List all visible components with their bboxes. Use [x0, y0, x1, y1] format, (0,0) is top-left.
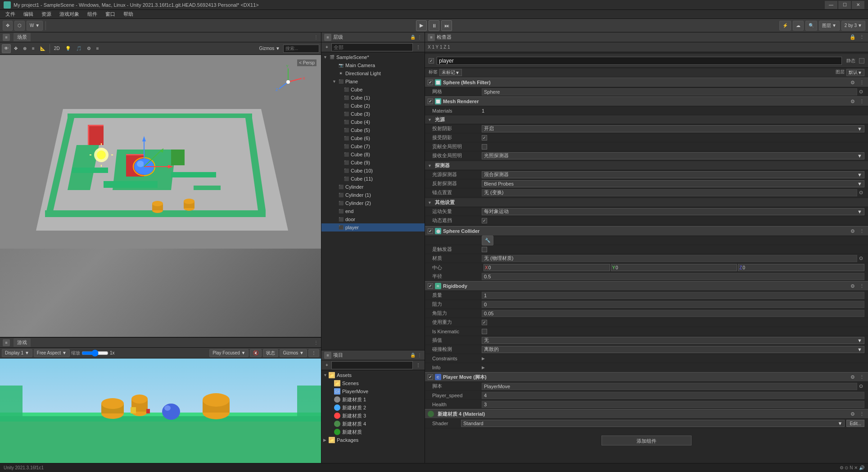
game-scale-slider[interactable] — [81, 351, 108, 355]
motion-vectors-dropdown[interactable]: 每对象运动 ▼ — [482, 208, 864, 215]
game-display-dropdown[interactable]: Display 1 ▼ — [2, 349, 32, 357]
menu-help[interactable]: 帮助 — [120, 10, 137, 18]
light-probes-dropdown[interactable]: 混合探测器 ▼ — [482, 171, 864, 178]
scene-more[interactable]: ≡ — [94, 44, 101, 53]
scene-canvas[interactable]: X Y Z < Persp — [0, 55, 321, 337]
rigidbody-header[interactable]: ✓ R Rigidbody ⚙ ⋮ — [425, 281, 868, 291]
hier-cube-3[interactable]: ⬛ Cube (3) — [321, 110, 425, 118]
maximize-button[interactable]: ☐ — [838, 1, 851, 9]
scene-tool-snap[interactable]: 📐 — [38, 44, 48, 53]
game-options-btn[interactable]: ⋮ — [308, 349, 319, 357]
material-settings-btn[interactable]: ⚙ — [849, 410, 856, 418]
layers-dropdown[interactable]: 图层 ▼ — [819, 21, 840, 31]
proj-scenes[interactable]: 📁 Scenes — [321, 379, 425, 387]
sphere-collider-dots-btn[interactable]: ⋮ — [858, 227, 865, 235]
hier-cube-1[interactable]: ⬛ Cube (1) — [321, 94, 425, 102]
mesh-filter-checkbox[interactable]: ✓ — [428, 80, 433, 85]
player-move-settings-btn[interactable]: ⚙ — [849, 373, 856, 381]
inspector-options-btn[interactable]: ⋮ — [858, 34, 865, 41]
receive-shadows-check[interactable]: ✓ — [482, 135, 487, 141]
material-dots-btn[interactable]: ⋮ — [858, 410, 865, 418]
proj-playermove[interactable]: C# PlayerMove — [321, 387, 425, 395]
mesh-renderer-settings-btn[interactable]: ⚙ — [849, 98, 856, 105]
sphere-collider-header[interactable]: ✓ ⬤ Sphere Collider ⚙ ⋮ — [425, 226, 868, 236]
player-move-header[interactable]: ✓ C Player Move (脚本) ⚙ ⋮ — [425, 372, 868, 382]
drag-value[interactable]: 0 — [482, 301, 864, 308]
project-search[interactable] — [331, 361, 413, 369]
inspector-lock-btn[interactable]: 🔒 — [849, 34, 856, 41]
hier-cylinder-1[interactable]: ⬛ Cylinder (1) — [321, 191, 425, 199]
game-mute-btn[interactable]: 🔇 — [250, 349, 262, 357]
collider-edit-collider-btn[interactable]: 🔧 — [482, 236, 493, 245]
reflection-probes-dropdown[interactable]: Blend Probes ▼ — [482, 180, 864, 187]
mesh-filter-dots-btn[interactable]: ⋮ — [858, 79, 865, 86]
pause-button[interactable]: ⏸ — [429, 20, 439, 31]
project-options[interactable]: ⋮ — [417, 353, 422, 358]
menu-gameobject[interactable]: 游戏对象 — [56, 10, 83, 18]
sphere-collider-checkbox[interactable]: ✓ — [428, 228, 433, 234]
game-options[interactable]: ⋮ — [314, 340, 318, 345]
close-button[interactable]: ✕ — [852, 1, 864, 9]
scene-tool-plus[interactable]: ⊕ — [21, 44, 29, 53]
receive-gi-dropdown[interactable]: 光照探测器 ▼ — [482, 152, 864, 159]
hier-end[interactable]: ⬛ end — [321, 207, 425, 215]
tool-move[interactable]: ⬡ — [14, 21, 25, 31]
proj-mat1[interactable]: 新建材质 1 — [321, 395, 425, 404]
dynamic-occlusion-check[interactable]: ✓ — [482, 218, 487, 223]
collider-material-select[interactable]: ⊙ — [857, 255, 864, 262]
hier-door[interactable]: ⬛ door — [321, 215, 425, 223]
layer-dropdown[interactable]: 默认 ▼ — [846, 69, 864, 76]
proj-packages[interactable]: ▶ 📁 Packages — [321, 436, 425, 444]
hier-cylinder[interactable]: ⬛ Cylinder — [321, 183, 425, 191]
project-lock[interactable]: 🔒 — [410, 353, 416, 358]
light-section-header[interactable]: ▼ 光源 — [425, 115, 868, 124]
collision-detection-dropdown[interactable]: 离散的 ▼ — [482, 346, 864, 353]
proj-mat3[interactable]: 新建材质 3 — [321, 412, 425, 420]
project-more-btn[interactable]: ⋮ — [414, 361, 423, 370]
hier-cube-7[interactable]: ⬛ Cube (7) — [321, 142, 425, 150]
proj-mat2[interactable]: 新建材质 2 — [321, 404, 425, 412]
use-gravity-check[interactable]: ✓ — [482, 320, 487, 325]
scene-tool-eye[interactable]: 👁 — [2, 44, 11, 53]
menu-edit[interactable]: 编辑 — [20, 10, 37, 18]
search-button[interactable]: 🔍 — [805, 21, 817, 31]
material-section-header[interactable]: 新建材质 4 (Material) ⚙ ⋮ — [425, 409, 868, 419]
hier-plane[interactable]: ▼ ⬛ Plane — [321, 77, 425, 86]
angular-drag-value[interactable]: 0.05 — [482, 310, 864, 317]
anchor-value[interactable]: 无 (变换) — [482, 189, 857, 196]
scene-search-input[interactable] — [283, 45, 319, 53]
player-move-checkbox[interactable]: ✓ — [428, 374, 433, 380]
toolbar-w-dropdown[interactable]: W ▼ — [27, 21, 43, 31]
rigidbody-dots-btn[interactable]: ⋮ — [858, 282, 865, 290]
hier-cube-10[interactable]: ⬛ Cube (10) — [321, 167, 425, 175]
scene-2d-toggle[interactable]: 2D — [52, 44, 62, 53]
cloud-button[interactable]: ☁ — [793, 21, 804, 31]
hier-player[interactable]: ⬛ player — [321, 223, 425, 231]
menu-window[interactable]: 窗口 — [102, 10, 119, 18]
game-gizmos-btn[interactable]: Gizmos ▼ — [280, 349, 307, 357]
menu-assets[interactable]: 资源 — [38, 10, 55, 18]
shader-dropdown[interactable]: Standard ▼ — [461, 420, 845, 427]
scene-tool-move[interactable]: ✥ — [12, 44, 20, 53]
hierarchy-options[interactable]: ⋮ — [417, 35, 422, 40]
contribute-gi-check[interactable] — [482, 144, 487, 150]
game-play-focused-dropdown[interactable]: Play Focused ▼ — [209, 349, 249, 357]
hierarchy-search[interactable] — [331, 43, 413, 51]
hierarchy-scene-root[interactable]: ▼ 🎬 SampleScene* — [321, 53, 425, 61]
play-button[interactable]: ▶ — [416, 20, 427, 31]
scene-options[interactable]: ⋮ — [314, 35, 318, 40]
tool-hand[interactable]: ✥ — [3, 21, 13, 31]
is-kinematic-check[interactable] — [482, 329, 487, 334]
scene-tool-grid[interactable]: ≡ — [30, 44, 37, 53]
hier-cube[interactable]: ⬛ Cube — [321, 86, 425, 94]
hier-cube-2[interactable]: ⬛ Cube (2) — [321, 102, 425, 110]
collider-center-y[interactable]: Y 0 — [611, 264, 737, 271]
proj-mat4[interactable]: 新建材质 4 — [321, 420, 425, 428]
script-select-btn[interactable]: ⊙ — [857, 383, 864, 390]
menu-file[interactable]: 文件 — [2, 10, 19, 18]
player-speed-value[interactable]: 4 — [482, 392, 864, 399]
hierarchy-lock[interactable]: 🔒 — [410, 35, 416, 40]
game-tab[interactable]: 游戏 — [14, 338, 31, 347]
health-value[interactable]: 3 — [482, 401, 864, 408]
scene-fx-toggle[interactable]: ⚙ — [85, 44, 93, 53]
